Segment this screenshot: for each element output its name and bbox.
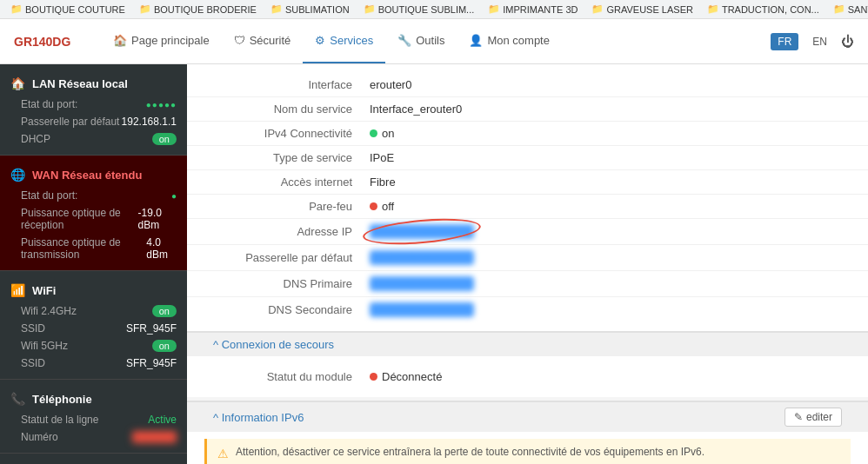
sidebar-wan-puissance-tx-row: Puissance optique de transmission 4.0 dB… xyxy=(0,234,187,263)
folder-icon: 📁 xyxy=(833,3,845,15)
sidebar-wan-puissance-rx-row: Puissance optique de réception -19.0 dBm xyxy=(0,204,187,234)
dns-primaire-row: DNS Primaire xxx.xxx.xxx.xxx xyxy=(187,271,868,297)
passerelle-value: 192.168.xxx.xxx xyxy=(370,250,474,265)
bookmark-imprimante[interactable]: 📁 IMPRIMANTE 3D xyxy=(483,3,583,16)
nav-mon-compte[interactable]: 👤 Mon compte xyxy=(457,19,562,63)
ipv6-header: ^ Information IPv6 ✎ editer xyxy=(187,401,868,432)
app-container: GR140DG 🏠 Page principale 🛡 Sécurité ⚙ S… xyxy=(0,19,868,464)
bookmark-sante[interactable]: 📁 SANTE xyxy=(828,3,868,16)
bookmarks-bar: 📁 BOUTIQUE COUTURE 📁 BOUTIQUE BRODERIE 📁… xyxy=(0,0,868,19)
gear-icon: ⚙ xyxy=(315,34,325,47)
bookmark-sublimation[interactable]: 📁 SUBLIMATION xyxy=(265,3,355,16)
ipv6-collapse-button[interactable]: ^ Information IPv6 xyxy=(213,411,304,424)
ipv6-warning-banner: ⚠ Attention, désactiver ce service entra… xyxy=(204,439,851,464)
shield-icon: 🛡 xyxy=(234,34,245,47)
sidebar-wan-header[interactable]: 🌐 WAN Réseau étendu xyxy=(0,162,187,187)
sidebar: 🏠 LAN Réseau local Etat du port: ●●●●● P… xyxy=(0,64,187,464)
pare-feu-row: Pare-feu off xyxy=(187,195,868,219)
wifi-icon: 📶 xyxy=(10,283,25,297)
bookmark-broderie[interactable]: 📁 BOUTIQUE BRODERIE xyxy=(134,3,262,16)
bookmark-boutique-sublim[interactable]: 📁 BOUTIQUE SUBLIM... xyxy=(358,3,480,16)
folder-icon: 📁 xyxy=(10,3,23,15)
sidebar-lan-dhcp-row: DHCP on xyxy=(0,130,187,148)
ipv4-row: IPv4 Connectivité on xyxy=(187,122,868,146)
dns-primaire-value: xxx.xxx.xxx.xxx xyxy=(370,276,474,291)
nav-right: FR EN ⏻ xyxy=(771,33,854,50)
folder-icon: 📁 xyxy=(364,3,376,15)
lang-fr-button[interactable]: FR xyxy=(771,33,798,50)
edit-icon: ✎ xyxy=(794,411,803,423)
connexion-secours-header[interactable]: ^ Connexion de secours xyxy=(187,331,868,356)
sidebar-wifi-section: 📶 WiFi Wifi 2.4GHz on SSID SFR_945F Wifi… xyxy=(0,271,187,380)
user-icon: 👤 xyxy=(469,34,483,47)
bookmark-boutique-couture[interactable]: 📁 BOUTIQUE COUTURE xyxy=(5,3,130,16)
nom-service-row: Nom du service Interface_erouter0 xyxy=(187,97,868,122)
folder-icon: 📁 xyxy=(591,3,604,15)
home-icon: 🏠 xyxy=(113,34,127,47)
sidebar-wifi-header[interactable]: 📶 WiFi xyxy=(0,278,187,302)
folder-icon: 📁 xyxy=(707,3,719,15)
status-dot-red xyxy=(370,202,377,210)
sidebar-wifi-24-row: Wifi 2.4GHz on xyxy=(0,302,187,320)
ipv6-section: ^ Information IPv6 ✎ editer ⚠ Attention,… xyxy=(187,401,868,464)
sidebar-lan-etat-row: Etat du port: ●●●●● xyxy=(0,96,187,113)
phone-icon: 📞 xyxy=(10,392,25,406)
content-area: Interface erouter0 Nom du service Interf… xyxy=(187,64,868,464)
sidebar-tv-header[interactable]: 📺 Télévision xyxy=(0,461,187,464)
sidebar-tel-statut-row: Statut de la ligne Active xyxy=(0,411,187,428)
interface-row: Interface erouter0 xyxy=(187,73,868,97)
dns-secondaire-row: DNS Secondaire xxx.xxx.xxx.xxx xyxy=(187,297,868,322)
nav-outils[interactable]: 🔧 Outils xyxy=(385,19,457,63)
sidebar-lan-passerelle-row: Passerelle par défaut 192.168.1.1 xyxy=(0,113,187,130)
ipv6-edit-button[interactable]: ✎ editer xyxy=(785,408,842,427)
sidebar-telephonie-section: 📞 Téléphonie Statut de la ligne Active N… xyxy=(0,380,187,454)
passerelle-row: Passerelle par défaut 192.168.xxx.xxx xyxy=(187,245,868,271)
sidebar-tel-header[interactable]: 📞 Téléphonie xyxy=(0,387,187,411)
nav-securite[interactable]: 🛡 Sécurité xyxy=(222,19,304,63)
sidebar-wifi-5-row: Wifi 5GHz on xyxy=(0,337,187,355)
main-content: 🏠 LAN Réseau local Etat du port: ●●●●● P… xyxy=(0,64,868,464)
acces-internet-row: Accès internet Fibre xyxy=(187,170,868,195)
warning-icon: ⚠ xyxy=(217,447,229,461)
folder-icon: 📁 xyxy=(488,3,500,15)
status-dot-red xyxy=(370,373,377,381)
adresse-ip-value: 192.168.xxx.xxx xyxy=(370,224,474,239)
folder-icon: 📁 xyxy=(270,3,283,15)
wrench-icon: 🔧 xyxy=(397,34,411,47)
network-icon: 🌐 xyxy=(10,168,25,182)
nav-brand: GR140DG xyxy=(14,35,83,49)
status-dot-green xyxy=(370,129,377,137)
sidebar-wan-etat-row: Etat du port: ● xyxy=(0,187,187,204)
statut-module-row: Statut du module Déconnecté xyxy=(187,365,868,388)
sidebar-wan-section: 🌐 WAN Réseau étendu Etat du port: ● Puis… xyxy=(0,156,187,271)
nav-services[interactable]: ⚙ Services xyxy=(303,19,385,63)
bookmark-graveuse[interactable]: 📁 GRAVEUSE LASER xyxy=(586,3,698,16)
adresse-ip-row: Adresse IP 192.168.xxx.xxx xyxy=(187,219,868,245)
type-service-row: Type de service IPoE xyxy=(187,146,868,170)
lang-en-button[interactable]: EN xyxy=(805,33,834,50)
sidebar-tel-numero-row: Numéro --- xyxy=(0,428,187,446)
folder-icon: 📁 xyxy=(139,3,151,15)
dns-secondaire-value: xxx.xxx.xxx.xxx xyxy=(370,302,474,317)
info-table: Interface erouter0 Nom du service Interf… xyxy=(187,64,868,331)
sidebar-lan-section: 🏠 LAN Réseau local Etat du port: ●●●●● P… xyxy=(0,64,187,156)
nav-page-principale[interactable]: 🏠 Page principale xyxy=(101,19,222,63)
power-icon[interactable]: ⏻ xyxy=(841,34,854,49)
sidebar-wifi-5-ssid-row: SSID SFR_945F xyxy=(0,355,187,372)
home-icon: 🏠 xyxy=(10,76,25,90)
sidebar-wifi-24-ssid-row: SSID SFR_945F xyxy=(0,320,187,337)
sidebar-lan-header[interactable]: 🏠 LAN Réseau local xyxy=(0,71,187,96)
top-nav: GR140DG 🏠 Page principale 🛡 Sécurité ⚙ S… xyxy=(0,19,868,64)
bookmark-traduction[interactable]: 📁 TRADUCTION, CON... xyxy=(702,3,825,16)
secours-section: Statut du module Déconnecté xyxy=(187,356,868,397)
sidebar-tv-section: 📺 Télévision IPTV on xyxy=(0,454,187,464)
